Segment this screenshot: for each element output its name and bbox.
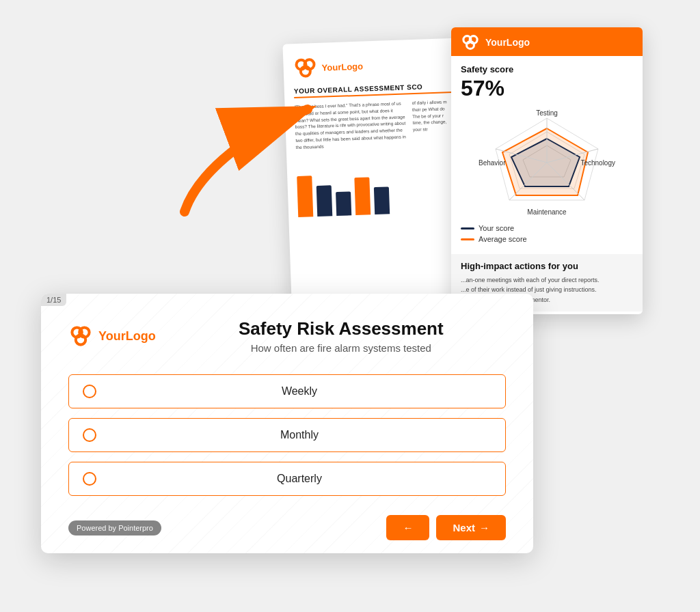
legend-line-avg bbox=[461, 238, 474, 240]
report-logo-text: YourLogo bbox=[321, 61, 363, 72]
option-quarterly[interactable]: Quarterly bbox=[68, 462, 506, 496]
page-indicator: 1/15 bbox=[41, 294, 66, 306]
quiz-title-block: Safety Risk Assessment How often are fir… bbox=[176, 318, 506, 354]
decorative-arrow bbox=[157, 89, 321, 225]
quiz-header: YourLogo Safety Risk Assessment How ofte… bbox=[68, 318, 506, 354]
next-button[interactable]: Next → bbox=[436, 515, 506, 540]
legend-label-avg: Average score bbox=[479, 235, 527, 243]
radar-label-left: Behavior bbox=[479, 159, 505, 167]
radar-label-bottom: Maintenance bbox=[527, 208, 566, 216]
option-monthly[interactable]: Monthly bbox=[68, 418, 506, 452]
prev-arrow-icon: ← bbox=[403, 522, 413, 533]
quiz-logo-icon bbox=[68, 324, 93, 348]
options-list: Weekly Monthly Quarterly bbox=[68, 374, 506, 496]
scorecard-logo-text: YourLogo bbox=[485, 37, 530, 48]
bar-5 bbox=[374, 187, 390, 215]
next-arrow-icon: → bbox=[479, 522, 489, 533]
svg-point-2 bbox=[301, 66, 310, 76]
scorecard-logo-icon bbox=[461, 34, 480, 51]
radio-weekly[interactable] bbox=[83, 385, 96, 398]
report-body-col2: of daily i allows m their pe What do The… bbox=[412, 98, 454, 146]
option-quarterly-label: Quarterly bbox=[107, 473, 492, 485]
nav-buttons: ← Next → bbox=[386, 515, 506, 540]
scorecard-body: Safety score 57% Testing bbox=[451, 56, 643, 254]
next-label: Next bbox=[453, 522, 475, 533]
quiz-footer: Powered by Pointerpro ← Next → bbox=[68, 515, 506, 540]
option-weekly-label: Weekly bbox=[107, 385, 492, 398]
prev-button[interactable]: ← bbox=[386, 515, 429, 540]
radar-chart: Testing Technology Maintenance Behavior bbox=[479, 108, 615, 217]
legend-item-avg: Average score bbox=[461, 235, 633, 243]
legend-line-yours bbox=[461, 227, 474, 230]
quiz-title: Safety Risk Assessment bbox=[176, 318, 506, 339]
quiz-logo: YourLogo bbox=[68, 324, 156, 348]
report-logo-icon bbox=[293, 55, 318, 81]
quiz-card: 1/15 YourLogo Safety Risk Assessment How… bbox=[41, 294, 533, 553]
quiz-subtitle: How often are fire alarm systems tested bbox=[176, 342, 506, 354]
score-label: Safety score bbox=[461, 64, 633, 74]
high-impact-title: High-impact actions for you bbox=[461, 261, 633, 271]
score-value: 57% bbox=[461, 76, 633, 101]
option-monthly-label: Monthly bbox=[107, 429, 492, 441]
legend-label-yours: Your score bbox=[479, 224, 514, 232]
option-weekly[interactable]: Weekly bbox=[68, 374, 506, 408]
scorecard-legend: Your score Average score bbox=[461, 224, 633, 243]
radar-label-top: Testing bbox=[536, 109, 558, 117]
radar-labels: Testing Technology Maintenance Behavior bbox=[479, 108, 615, 217]
quiz-card-inner: 1/15 YourLogo Safety Risk Assessment How… bbox=[41, 294, 533, 553]
bar-3 bbox=[336, 192, 351, 217]
radio-monthly[interactable] bbox=[83, 428, 96, 442]
radio-quarterly[interactable] bbox=[83, 472, 96, 486]
background-scorecard-doc: YourLogo Safety score 57% bbox=[451, 27, 643, 314]
bar-4 bbox=[354, 178, 371, 216]
quiz-logo-text: YourLogo bbox=[98, 329, 156, 344]
high-impact-item-1: ...an-one meetings with each of your dir… bbox=[461, 275, 633, 285]
powered-by-badge: Powered by Pointerpro bbox=[68, 520, 161, 536]
scorecard-header: YourLogo bbox=[451, 27, 643, 56]
radar-label-right: Technology bbox=[580, 159, 615, 167]
legend-item-yours: Your score bbox=[461, 224, 633, 232]
